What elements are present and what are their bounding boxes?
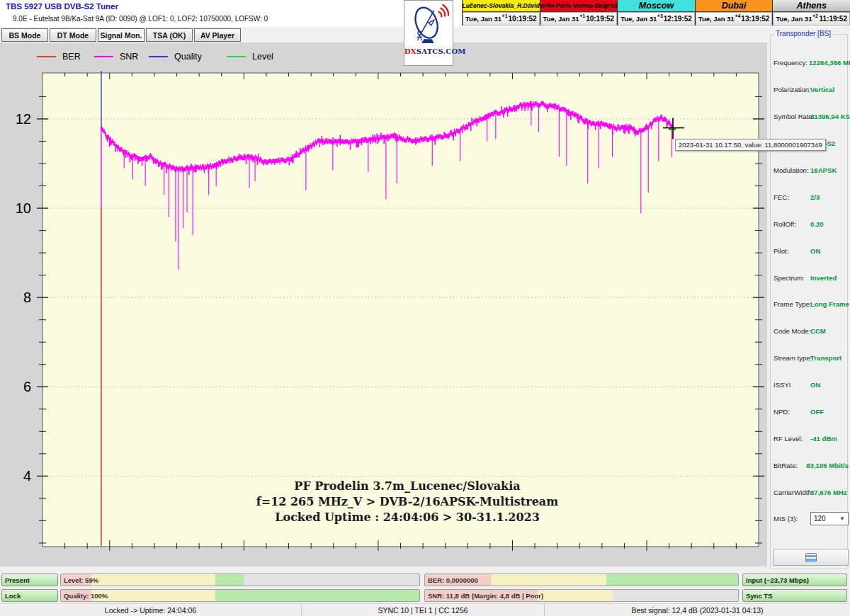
transponder-groupbox: Transponder [BS] Frequency:12264,366 MHz… [770, 34, 848, 569]
clock-0: Lučenec-Slovakia_R.DávidTue, Jan 31+110:… [462, 0, 540, 25]
row-value: 16APSK [810, 166, 837, 174]
transponder-row: CarrierWidth:37,676 MHz [771, 479, 849, 506]
clock-city: Moscow [618, 0, 695, 12]
clock-1: Berlin-Paris-Vienna-BelgradeTue, Jan 31+… [540, 0, 618, 25]
plot-area[interactable] [42, 73, 759, 547]
row-value: 0.20 [810, 220, 824, 228]
y-tick-label: 12 [16, 111, 31, 127]
row-value: Transport [810, 354, 842, 362]
clock-time: Tue, Jan 31+110:19:52 [463, 12, 540, 25]
row-label: CarrierWidth: [774, 489, 809, 496]
ber-bar-text: BER: 0,0000000 [428, 574, 478, 586]
mis-value: 120 [814, 515, 826, 523]
transponder-row: Stream type:Transport [771, 345, 849, 372]
transponder-row: Spectrum:Inverted [771, 264, 849, 291]
level-bar: Level: 59% [60, 574, 420, 586]
statusbar-best-signal: Best signal: 12,4 dB (2023-01-31 04:13) [544, 604, 850, 616]
row-value: 2/3 [810, 193, 820, 201]
window-title: TBS 5927 USB DVB-S2 Tuner [6, 2, 118, 11]
logo-text: DXSATCS.COM [404, 47, 453, 55]
y-tick-label: 10 [16, 200, 31, 216]
transponder-row: Symbol Rate:31396,94 KS/s [771, 103, 849, 130]
ber-bar: BER: 0,0000000 [424, 574, 739, 586]
transponder-row: Pilot:ON [771, 237, 849, 264]
row-label: Spectrum: [774, 274, 809, 282]
row-value: Vertical [810, 86, 834, 93]
chart-tooltip: 2023-01-31 10.17.50, value: 11,800000190… [675, 139, 826, 151]
snr-bar: SNR: 11,8 dB (Margin: 4,8 dB | Poor) [424, 589, 739, 602]
transponder-row: FEC:2/3 [771, 183, 849, 210]
quality-bar: Quality: 100% [60, 589, 420, 602]
statusbar-uptime: Locked -> Uptime: 24:04:06 [0, 604, 301, 616]
tab-av-player[interactable]: AV Player [194, 28, 241, 42]
row-label: NPD: [774, 408, 809, 416]
transponder-title: Transponder [BS] [774, 30, 833, 38]
statusbar: Locked -> Uptime: 24:04:06 SYNC 10 | TEI… [0, 603, 850, 616]
transponder-panel: Transponder [BS] Frequency:12264,366 MHz… [767, 27, 850, 572]
present-badge: Present [1, 574, 58, 586]
satellite-dish-icon [408, 2, 449, 47]
row-label: Pilot: [774, 247, 809, 255]
transponder-row: Frequency:12264,366 MHz [771, 50, 849, 76]
statusbar-sync: SYNC 10 | TEI 1 | CC 1256 [301, 604, 544, 616]
dxsatcs-logo: DXSATCS.COM [404, 0, 453, 66]
level-bar-text: Level: 59% [64, 574, 98, 586]
tab-dt-mode[interactable]: DT Mode [50, 28, 96, 42]
row-label: Code Mode: [774, 327, 809, 335]
transponder-row: Polarization:Vertical [771, 76, 849, 103]
transponder-row: Code Mode:CCM [771, 318, 849, 345]
clock-time: Tue, Jan 31+312:19:52 [618, 12, 695, 25]
disk-icon [805, 553, 817, 562]
chart-annotation: PF Prodelin 3.7m_Lucenec/Slovakiaf=12 26… [170, 479, 645, 525]
tab-bs-mode[interactable]: BS Mode [1, 28, 48, 42]
transponder-row: Frame Type:Long Frame [771, 291, 849, 318]
lock-badge: Lock [1, 589, 58, 602]
row-value: ON [810, 381, 820, 389]
clock-3: DubaiTue, Jan 31+413:19:52 [695, 0, 773, 25]
row-label: Symbol Rate: [774, 113, 809, 120]
clock-city: Athens [773, 0, 850, 12]
row-label: Modulation: [774, 166, 809, 174]
row-label: Frequency: [774, 59, 808, 67]
y-tick-label: 6 [23, 379, 31, 394]
app-window: TBS 5927 USB DVB-S2 Tuner 9.0E - Eutelsa… [0, 0, 850, 616]
y-tick-label: 8 [23, 290, 31, 305]
clock-time: Tue, Jan 31+413:19:52 [696, 12, 773, 25]
clock-2: MoscowTue, Jan 31+312:19:52 [617, 0, 695, 25]
row-value: OFF [810, 408, 824, 416]
world-clocks: Lučenec-Slovakia_R.DávidTue, Jan 31+110:… [462, 0, 850, 25]
capture-button[interactable] [774, 549, 849, 566]
row-label: Frame Type: [774, 300, 809, 308]
clock-city: Berlin-Paris-Vienna-Belgrade [540, 0, 618, 12]
clock-city: Lučenec-Slovakia_R.Dávid [463, 0, 540, 12]
clock-time: Tue, Jan 31+211:19:52 [773, 12, 850, 25]
tab-signal-mon-[interactable]: Signal Mon. [98, 28, 144, 42]
tab-tsa-ok-[interactable]: TSA (OK) [146, 28, 193, 42]
y-tick-label: 4 [23, 468, 31, 484]
row-label: FEC: [774, 193, 809, 201]
transponder-row: BitRate:83,105 Mbit/s [771, 452, 849, 479]
row-label: RollOff: [774, 220, 809, 228]
row-value: CCM [810, 327, 826, 335]
mis-label: MIS (3): [774, 515, 809, 523]
quality-bar-text: Quality: 100% [64, 590, 108, 601]
mode-tabs: BS ModeDT ModeSignal Mon.TSA (OK)AV Play… [1, 28, 241, 42]
chevron-down-icon: ▼ [839, 515, 845, 522]
row-value: ON [810, 247, 820, 255]
transponder-row: RF Level:-41 dBm [771, 425, 849, 452]
row-value: Inverted [810, 274, 837, 282]
row-value: 83,105 Mbit/s [806, 462, 849, 469]
row-label: Stream type: [774, 354, 809, 362]
transponder-row: NPD:OFF [771, 399, 849, 426]
snr-bar-text: SNR: 11,8 dB (Margin: 4,8 dB | Poor) [428, 590, 543, 601]
row-value: 37,676 MHz [810, 489, 847, 496]
signal-chart-panel: BERSNRQualityLevel 4681012 PF Prodelin 3… [0, 42, 767, 566]
clock-city: Dubai [696, 0, 773, 12]
transponder-row: Modulation:16APSK [771, 157, 849, 184]
row-label: ISSYI [774, 381, 809, 389]
transponder-row: RollOff:0.20 [771, 210, 849, 237]
sync-ts-badge: Sync TS [742, 589, 847, 602]
mis-dropdown[interactable]: 120 ▼ [810, 512, 849, 525]
row-label: Polarization: [774, 86, 809, 93]
row-value: 12264,366 MHz [809, 59, 850, 67]
